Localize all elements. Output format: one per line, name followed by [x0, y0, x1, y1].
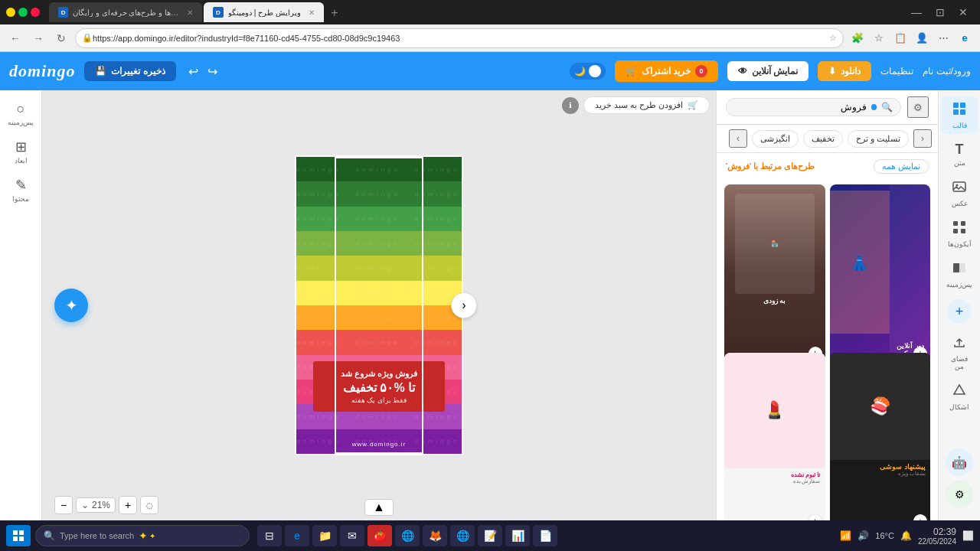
- browser-tab-1[interactable]: D قالب‌ها و طرح‌های حرفه‌ای و رایگان ✕: [49, 2, 202, 22]
- right-tool-upload[interactable]: فضای من: [941, 330, 978, 375]
- stripe-5: domingo · domingo · domingo · domingo · …: [296, 256, 462, 280]
- right-tool-icons[interactable]: آیکون‌ها: [941, 215, 978, 253]
- taskbar-mail[interactable]: ✉: [340, 525, 364, 546]
- subscribe-button[interactable]: 🛒 خرید اشتراک 0: [615, 60, 718, 82]
- undo-button[interactable]: ↩: [185, 61, 201, 82]
- left-tool-content[interactable]: ✎ محتوا: [2, 172, 39, 207]
- canvas-overlay-buttons: ℹ 🛒 افزودن طرح به سبد خرید: [562, 96, 710, 114]
- tags-arrow-left[interactable]: ›: [729, 129, 747, 148]
- extensions-btn[interactable]: 🧩: [848, 29, 867, 47]
- favorites-btn[interactable]: ☆: [870, 29, 888, 47]
- template-card-3[interactable]: 💄 تا ثبوم نشده سفارش بده +: [724, 353, 825, 521]
- filter-button[interactable]: ⚙: [907, 96, 929, 118]
- star-icon-2: ✦: [149, 532, 155, 540]
- tag-discount[interactable]: تخفیف: [803, 130, 843, 148]
- window-minimize-btn[interactable]: —: [905, 5, 928, 20]
- text-icon: T: [956, 142, 964, 158]
- window-restore-btn[interactable]: ⊡: [929, 5, 951, 20]
- taskbar-word[interactable]: 📄: [533, 525, 557, 546]
- address-bar[interactable]: 🔒 https://app.domingo.ir/editor?industry…: [75, 28, 844, 48]
- taskbar-opera[interactable]: 🌐: [450, 525, 475, 546]
- stripe-3: domingo · domingo · domingo · domingo · …: [296, 207, 462, 231]
- template-3-add-btn[interactable]: +: [808, 514, 822, 520]
- taskbar-chrome[interactable]: 🌐: [395, 525, 420, 546]
- collections-btn[interactable]: 📋: [891, 29, 910, 47]
- browser-tab-2[interactable]: D ویرایش طرح | دومینگو ✕: [204, 2, 324, 22]
- taskbar-pomodoro[interactable]: 🍅: [368, 525, 392, 546]
- taskbar-search-bar[interactable]: 🔍 Type here to search ✦ ✦: [35, 525, 250, 546]
- collapse-button[interactable]: ▲: [364, 499, 394, 516]
- sale-text-box[interactable]: فروش ویژه شروع شد تا %۵۰ تخفیف فقط برای …: [313, 361, 446, 412]
- forward-button[interactable]: →: [29, 29, 47, 47]
- show-desktop-icon[interactable]: ⬜: [962, 530, 974, 541]
- tag-motivational[interactable]: انگیزشی: [752, 130, 799, 148]
- sale-discount-text: تا %۵۰ تخفیف: [322, 380, 436, 395]
- right-tool-background[interactable]: پس‌زمینه: [941, 256, 978, 293]
- notification-center-icon[interactable]: 🔔: [900, 530, 912, 541]
- systray-clock[interactable]: 02:39 22/05/2024: [918, 527, 956, 546]
- add-to-cart-button[interactable]: 🛒 افزودن طرح به سبد خرید: [583, 96, 710, 114]
- help-button[interactable]: ⚙: [946, 481, 973, 508]
- left-tool-background[interactable]: ○ پس‌زمینه: [2, 96, 39, 131]
- zoom-out-button[interactable]: −: [54, 496, 73, 514]
- section-header: نمایش همه طرح‌های مرتبط با 'فروش': [717, 153, 938, 180]
- show-all-button[interactable]: نمایش همه: [874, 159, 929, 174]
- save-button[interactable]: 💾 ذخیره تغییرات: [84, 61, 175, 81]
- magic-button[interactable]: ✦: [54, 289, 88, 322]
- sale-duration-text: فقط برای یک هفته: [322, 396, 436, 404]
- left-tool-dimensions[interactable]: ⊞ ابعاد: [2, 134, 39, 169]
- start-button[interactable]: [6, 525, 31, 546]
- taskbar-firefox[interactable]: 🦊: [423, 525, 447, 546]
- url-text: https://app.domingo.ir/editor?industryId…: [93, 34, 826, 43]
- taskbar-file-explorer[interactable]: 📁: [312, 525, 337, 546]
- minimize-button[interactable]: [6, 8, 15, 17]
- maximize-button[interactable]: [18, 8, 28, 17]
- zoom-in-button[interactable]: +: [119, 496, 137, 514]
- tags-arrow-right[interactable]: ‹: [913, 129, 932, 148]
- template-card-4[interactable]: 🍣 پیشنهاد سوشی بشقاب ویژه +: [830, 353, 931, 521]
- tag-condolence[interactable]: تسلیت و ترح: [848, 130, 909, 148]
- right-tool-image[interactable]: عکس: [941, 174, 978, 212]
- new-tab-button[interactable]: +: [325, 4, 344, 22]
- taskbar-edge-browser[interactable]: e: [285, 525, 309, 546]
- template-4-add-btn[interactable]: +: [913, 514, 927, 520]
- right-tool-template[interactable]: قالب: [941, 96, 978, 134]
- filter-icon: ⚙: [913, 102, 923, 113]
- search-dot-indicator: [871, 104, 877, 110]
- template-card-2[interactable]: دور آنلاینخرید کن 👗 +: [830, 184, 931, 364]
- taskbar-notes[interactable]: 📝: [478, 525, 502, 546]
- redo-button[interactable]: ↪: [204, 61, 220, 82]
- close-button[interactable]: [31, 8, 40, 17]
- template-card-1[interactable]: 🏪 به زودی domingo +: [724, 184, 825, 364]
- tab-close-2[interactable]: ✕: [309, 8, 315, 17]
- info-button[interactable]: ℹ: [562, 97, 579, 114]
- tab-close-1[interactable]: ✕: [187, 8, 193, 17]
- window-close-btn[interactable]: ✕: [952, 5, 974, 20]
- canvas-next-button[interactable]: ›: [451, 292, 477, 318]
- left-toolbar: ○ پس‌زمینه ⊞ ابعاد ✎ محتوا: [0, 90, 42, 520]
- svg-rect-0: [953, 103, 959, 108]
- design-canvas[interactable]: domingo · domingo · domingo · domingo · …: [295, 155, 463, 455]
- add-element-button[interactable]: +: [947, 299, 972, 324]
- download-button[interactable]: ⬇ دانلود: [818, 61, 871, 81]
- canvas-stripes: domingo · domingo · domingo · domingo · …: [296, 157, 462, 454]
- taskbar-task-view[interactable]: ⊟: [257, 525, 282, 546]
- settings-button[interactable]: تنظیمات: [880, 66, 913, 77]
- more-btn[interactable]: ⋯: [934, 29, 952, 47]
- back-button[interactable]: ←: [6, 29, 24, 47]
- right-tool-text[interactable]: T متن: [941, 137, 978, 171]
- login-button[interactable]: ورود/ثبت نام: [923, 66, 971, 77]
- taskbar-excel[interactable]: 📊: [505, 525, 530, 546]
- network-icon[interactable]: 📶: [840, 530, 851, 541]
- volume-icon[interactable]: 🔊: [858, 530, 869, 541]
- preview-button[interactable]: 👁 نمایش آنلاین: [727, 61, 808, 81]
- template-grid-icon: [952, 101, 967, 120]
- refresh-button[interactable]: ↻: [52, 29, 70, 47]
- section-title: طرح‌های مرتبط با 'فروش': [726, 161, 815, 171]
- theme-toggle[interactable]: 🌙: [570, 63, 606, 80]
- edge-icon[interactable]: e: [956, 29, 974, 47]
- right-tool-shapes[interactable]: اشکال: [941, 378, 978, 416]
- search-input[interactable]: [734, 102, 867, 112]
- ai-button[interactable]: 🤖: [946, 448, 973, 476]
- profile-btn[interactable]: 👤: [913, 29, 931, 47]
